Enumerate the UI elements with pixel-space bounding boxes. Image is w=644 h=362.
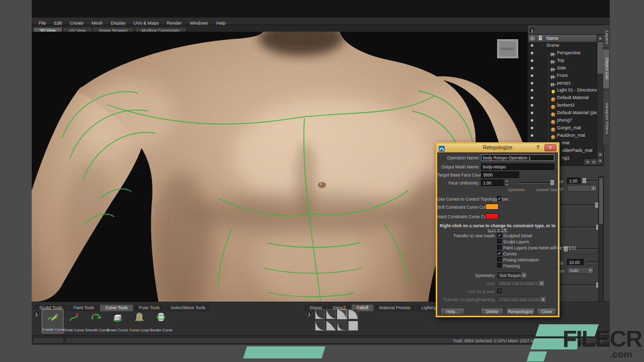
transfer-checkbox-sculpt-layers[interactable] <box>497 239 502 243</box>
size-value-field[interactable]: 1.00 <box>567 177 581 184</box>
lock-column-header[interactable] <box>536 35 544 42</box>
visibility-dot[interactable] <box>531 97 533 99</box>
tool-create-curve[interactable]: Create Curve <box>42 309 63 333</box>
slider-b[interactable] <box>560 225 603 230</box>
object-list-item[interactable]: Front <box>528 72 597 79</box>
dialog-titlebar[interactable]: Retopologize ? × <box>437 144 558 152</box>
visibility-dot[interactable] <box>531 82 533 84</box>
visibility-dot[interactable] <box>531 112 533 114</box>
side-tab-object-list[interactable]: Object List <box>603 49 610 89</box>
tool-erase-curve[interactable]: Erase Curve <box>107 309 128 333</box>
use-local-axis-checkbox[interactable] <box>497 289 502 293</box>
symmetry-dropdown[interactable]: Not Required ▼ <box>497 272 527 279</box>
axis-dropdown[interactable]: Mirror Left to Right (X) ▼ <box>497 280 545 287</box>
dialog-close-button[interactable]: × <box>544 144 556 151</box>
visibility-dot[interactable] <box>531 89 533 92</box>
falloff-preset-scurve[interactable] <box>315 321 325 331</box>
falloff-preset-ease[interactable] <box>326 309 336 319</box>
auto-dropdown[interactable]: Auto ▼ <box>567 267 594 274</box>
visibility-dot[interactable] <box>531 119 533 122</box>
falloff-preset-dome[interactable] <box>326 321 336 331</box>
tray-expander-button[interactable]: ❯ <box>306 310 312 317</box>
help-button[interactable]: Help... <box>440 308 464 315</box>
color-dropdown[interactable]: ▼ <box>567 185 597 192</box>
tray-tab-material-presets[interactable]: Material Presets <box>374 305 415 311</box>
transfer-option-label: Sculpted Detail <box>503 233 556 238</box>
visibility-dot[interactable] <box>531 44 533 47</box>
dialog-help-button[interactable]: ? <box>534 144 541 151</box>
object-list-item[interactable]: Scene- <box>528 42 597 49</box>
distance-value-field[interactable]: 10.00 <box>567 259 584 265</box>
scroll-right-icon[interactable]: ► <box>591 159 597 165</box>
tool-curve-loop[interactable]: Curve Loop <box>128 309 150 333</box>
side-tab-layers[interactable]: Layers <box>603 28 610 48</box>
object-list-item[interactable]: Light 01 - Directional <box>528 86 597 94</box>
falloff-preset-drop[interactable] <box>337 321 347 331</box>
transfer-checkbox-curves[interactable]: ✓ <box>497 251 502 255</box>
visibility-dot[interactable] <box>531 127 533 129</box>
object-list-item[interactable]: persp1 <box>528 79 597 87</box>
view-cube[interactable]: FRONT <box>497 39 518 58</box>
face-uniformity-stepper[interactable]: ▲▼ <box>505 179 509 186</box>
object-list-vscrollbar[interactable]: ▲ ▲ ▼ <box>597 35 603 165</box>
face-uniformity-input[interactable] <box>481 179 504 186</box>
delete-button[interactable]: Delete <box>480 308 504 315</box>
transfer-checkbox-freezing[interactable] <box>497 263 502 267</box>
visibility-dot[interactable] <box>531 104 533 107</box>
object-list-item[interactable]: Pauldron_mat <box>528 132 597 139</box>
output-mesh-input[interactable] <box>481 163 554 170</box>
tool-smooth-curve[interactable]: Smooth Curve <box>85 309 107 333</box>
side-tab-viewport-filters[interactable]: Viewport Filters <box>603 90 610 146</box>
left-tray-tabs: Sculpt ToolsPaint ToolsCurve ToolsPose T… <box>34 302 211 309</box>
tool-label: Create Curve <box>42 327 63 332</box>
operation-name-input[interactable] <box>481 154 554 161</box>
visibility-dot[interactable] <box>531 52 533 54</box>
tray-expander-button[interactable]: ❯ <box>33 310 40 317</box>
properties-vscrollbar[interactable] <box>598 176 604 312</box>
transfer-checkbox-posing-information[interactable] <box>497 257 502 261</box>
visibility-column-header[interactable] <box>528 35 536 42</box>
transfer-checkbox-sculpted-detail[interactable]: ✓ <box>497 233 502 237</box>
close-button[interactable]: Close <box>537 308 556 315</box>
scroll-up-icon[interactable]: ▲ <box>597 35 603 41</box>
falloff-preset-late[interactable] <box>348 309 358 319</box>
object-list-item[interactable]: Top <box>528 57 597 64</box>
face-uniformity-slider[interactable] <box>518 180 555 185</box>
falloff-preset-flat[interactable] <box>348 321 358 331</box>
object-list-item[interactable]: Gorget_mat <box>528 124 597 132</box>
visibility-dot[interactable] <box>531 59 533 62</box>
target-face-count-input[interactable] <box>481 171 519 178</box>
object-list-item[interactable]: Side <box>528 64 597 72</box>
object-list-item[interactable]: Perspective <box>528 49 597 57</box>
scrollbar-thumb[interactable] <box>598 42 603 73</box>
falloff-preset-steep[interactable] <box>315 309 325 319</box>
object-list-item[interactable]: Default Material (ptex) <box>528 109 597 117</box>
object-list-item[interactable]: phong7 <box>528 117 597 124</box>
transfer-checkbox-paint-layers-new-mesh-will-be-ptex-[interactable] <box>497 245 502 249</box>
tool-border-curve[interactable]: Border Curve <box>150 309 172 333</box>
visibility-dot[interactable] <box>531 74 533 77</box>
border-curve-icon <box>154 311 168 323</box>
scrollbar-thumb[interactable] <box>599 178 603 224</box>
visibility-dot[interactable] <box>531 67 533 69</box>
panel-expander-button[interactable]: ❯ <box>529 27 535 33</box>
tool-grab-curve[interactable]: Grab Curve <box>63 309 85 333</box>
falloff-preset-smooth[interactable] <box>337 309 347 319</box>
tray-tab-select-move-tools[interactable]: Select/Move Tools <box>166 305 210 311</box>
name-column-header[interactable]: Name <box>544 35 597 42</box>
scroll-left-icon[interactable]: ◄ <box>584 159 591 165</box>
slider-d[interactable] <box>560 283 602 288</box>
visibility-dot[interactable] <box>531 134 533 137</box>
use-curves-checkbox[interactable]: ✓ <box>497 196 502 201</box>
soft-constraint-color-swatch[interactable] <box>486 204 499 210</box>
slider-left-label: Optimized <box>508 188 525 192</box>
transfer-sculpting-dropdown[interactable]: From one side of source ▼ <box>497 296 546 303</box>
object-list-item[interactable]: Default Material <box>528 94 597 102</box>
scroll-down-icon[interactable]: ▼ <box>597 158 603 164</box>
hard-constraint-color-swatch[interactable] <box>486 213 499 219</box>
object-list-item[interactable]: lambert2 <box>528 102 597 109</box>
tree-expander-icon[interactable]: - <box>542 43 543 48</box>
scroll-up-icon[interactable]: ▲ <box>597 151 603 157</box>
slider-a[interactable] <box>560 203 603 208</box>
retopologize-button[interactable]: Retopologize <box>506 308 535 315</box>
